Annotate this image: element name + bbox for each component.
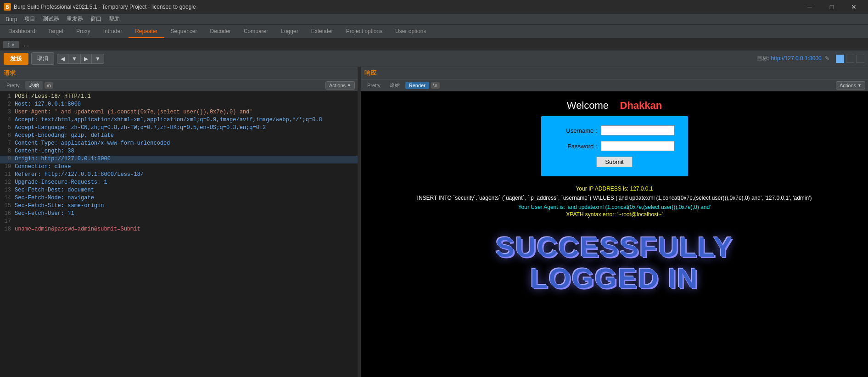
username-label: Username : xyxy=(566,127,597,134)
request-section-header: 请求 xyxy=(0,67,358,79)
request-line-9: 9Origin: http://127.0.0.1:8000 xyxy=(0,156,358,163)
ip-line: Your IP ADDRESS is: 127.0.0.1 xyxy=(361,186,868,192)
view-toggle-3[interactable] xyxy=(856,55,864,63)
request-line-15: 15Sec-Fetch-Site: same-origin xyxy=(0,203,358,210)
tab-target[interactable]: Target xyxy=(42,25,70,38)
response-actions-button[interactable]: Actions ▼ xyxy=(836,81,865,90)
insert-line: INSERT INTO `security`.`uagents` (`uagen… xyxy=(408,195,821,201)
username-display: Dhakkan xyxy=(620,100,662,111)
welcome-header: Welcome Dhakkan xyxy=(361,91,868,116)
tab-repeater[interactable]: Repeater xyxy=(129,25,164,38)
menu-help[interactable]: 帮助 xyxy=(105,14,123,24)
view-toggle-1[interactable] xyxy=(836,55,844,63)
request-tab-pretty[interactable]: Pretty xyxy=(3,82,23,89)
request-actions-chevron: ▼ xyxy=(347,83,351,88)
send-button[interactable]: 发送 xyxy=(4,53,28,65)
request-tab-newline[interactable]: \n xyxy=(45,82,53,89)
window-controls[interactable]: ─ □ ✕ xyxy=(799,0,864,14)
response-tab-render[interactable]: Render xyxy=(405,82,429,89)
minimize-button[interactable]: ─ xyxy=(799,0,820,14)
menu-scanner[interactable]: 测试器 xyxy=(39,14,63,24)
tab-sequencer[interactable]: Sequencer xyxy=(164,25,204,38)
password-input[interactable] xyxy=(601,141,674,151)
view-toggle-2[interactable] xyxy=(846,55,854,63)
request-line-6: 6Accept-Encoding: gzip, deflate xyxy=(0,132,358,140)
request-tab-1[interactable]: 1 × xyxy=(3,41,19,48)
tab-proxy[interactable]: Proxy xyxy=(70,25,97,38)
request-line-12: 12Upgrade-Insecure-Requests: 1 xyxy=(0,179,358,187)
rendered-webpage: Welcome Dhakkan Username : Password : Su… xyxy=(361,91,868,377)
response-actions-label: Actions xyxy=(840,83,856,88)
request-line-13: 13Sec-Fetch-Dest: document xyxy=(0,187,358,195)
request-line-3: 3User-Agent: ' and updatexml (1,concat(0… xyxy=(0,109,358,117)
response-tab-newline[interactable]: \n xyxy=(431,82,440,89)
cancel-button[interactable]: 取消 xyxy=(31,52,54,65)
response-section-header: 响应 xyxy=(361,67,868,79)
response-tab-pretty[interactable]: Pretty xyxy=(364,82,384,89)
menu-project[interactable]: 项目 xyxy=(21,14,39,24)
request-line-2: 2Host: 127.0.0.1:8000 xyxy=(0,101,358,109)
success-line1: SUCCESSFULLY xyxy=(361,231,868,263)
main-split: 请求 Pretty 原始 \n Actions ▼ 1POST /Less-18… xyxy=(0,67,868,377)
response-tab-raw[interactable]: 原始 xyxy=(386,81,403,90)
request-line-7: 7Content-Type: application/x-www-form-ur… xyxy=(0,140,358,148)
response-content: Welcome Dhakkan Username : Password : Su… xyxy=(361,91,868,377)
nav-right-button[interactable]: ▼ xyxy=(92,54,104,63)
app-title: Burp Suite Professional v2021.5.1 - Temp… xyxy=(14,4,799,10)
request-tabbar: 1 × ... xyxy=(0,39,868,51)
request-line-14: 14Sec-Fetch-Mode: navigate xyxy=(0,195,358,203)
useragent-line: Your User Agent is: 'and updatexml (1,co… xyxy=(361,204,868,210)
request-line-18: 18uname=admin&passwd=admin&submit=Submit xyxy=(0,226,358,234)
titlebar: B Burp Suite Professional v2021.5.1 - Te… xyxy=(0,0,868,14)
edit-target-icon[interactable]: ✎ xyxy=(825,55,829,62)
request-sub-tabs: Pretty 原始 \n Actions ▼ xyxy=(0,79,358,91)
nav-down-button[interactable]: ▼ xyxy=(68,54,80,63)
menu-burp[interactable]: Burp xyxy=(2,15,21,23)
request-tab-more[interactable]: ... xyxy=(20,40,32,49)
success-line2: LOGGED IN xyxy=(361,263,868,294)
username-input[interactable] xyxy=(601,125,674,135)
password-row: Password : xyxy=(555,141,674,151)
nav-up-button[interactable]: ◀ xyxy=(57,54,68,63)
tab-comparer[interactable]: Comparer xyxy=(237,25,274,38)
success-text: SUCCESSFULLY LOGGED IN xyxy=(361,231,868,294)
target-url: http://127.0.0.1:8000 xyxy=(771,55,822,62)
request-line-16: 16Sec-Fetch-User: ?1 xyxy=(0,210,358,218)
toolbar: 发送 取消 ◀ ▼ ▶ ▼ 目标: http://127.0.0.1:8000 … xyxy=(0,51,868,67)
tab-extender[interactable]: Extender xyxy=(305,25,340,38)
tab-dashboard[interactable]: Dashboard xyxy=(2,25,42,38)
username-row: Username : xyxy=(555,125,674,135)
tab-project-options[interactable]: Project options xyxy=(340,25,389,38)
password-label: Password : xyxy=(567,143,597,150)
tab-decoder[interactable]: Decoder xyxy=(204,25,237,38)
menu-window[interactable]: 窗口 xyxy=(87,14,105,24)
main-tabbar: Dashboard Target Proxy Intruder Repeater… xyxy=(0,25,868,39)
tab-logger[interactable]: Logger xyxy=(274,25,304,38)
welcome-text: Welcome xyxy=(567,100,609,111)
request-line-10: 10Connection: close xyxy=(0,163,358,171)
request-section-label: 请求 xyxy=(4,69,16,77)
request-panel: 请求 Pretty 原始 \n Actions ▼ 1POST /Less-18… xyxy=(0,67,358,377)
nav-controls: ◀ ▼ ▶ ▼ xyxy=(57,54,104,64)
submit-button[interactable]: Submit xyxy=(596,157,632,167)
maximize-button[interactable]: □ xyxy=(821,0,842,14)
tab-intruder[interactable]: Intruder xyxy=(97,25,129,38)
request-line-8: 8Content-Length: 38 xyxy=(0,148,358,156)
menubar: Burp 项目 测试器 重发器 窗口 帮助 xyxy=(0,14,868,25)
response-panel: 响应 Pretty 原始 Render \n Actions ▼ Welcome… xyxy=(361,67,868,377)
xpath-error: XPATH syntax error: '~root@localhost~' xyxy=(361,211,868,218)
request-tab-raw[interactable]: 原始 xyxy=(25,81,43,90)
response-actions-chevron: ▼ xyxy=(857,83,862,88)
request-content[interactable]: 1POST /Less-18/ HTTP/1.12Host: 127.0.0.1… xyxy=(0,91,358,377)
request-actions-button[interactable]: Actions ▼ xyxy=(325,81,355,90)
tab-user-options[interactable]: User options xyxy=(389,25,432,38)
submit-row: Submit xyxy=(555,157,674,167)
nav-left-button[interactable]: ▶ xyxy=(81,54,91,63)
close-button[interactable]: ✕ xyxy=(843,0,864,14)
target-label: 目标: http://127.0.0.1:8000 ✎ xyxy=(757,55,829,62)
request-line-1: 1POST /Less-18/ HTTP/1.1 xyxy=(0,93,358,101)
app-icon: B xyxy=(4,3,11,11)
login-box: Username : Password : Submit xyxy=(541,116,688,176)
menu-repeater[interactable]: 重发器 xyxy=(63,14,87,24)
request-actions-label: Actions xyxy=(329,83,346,88)
